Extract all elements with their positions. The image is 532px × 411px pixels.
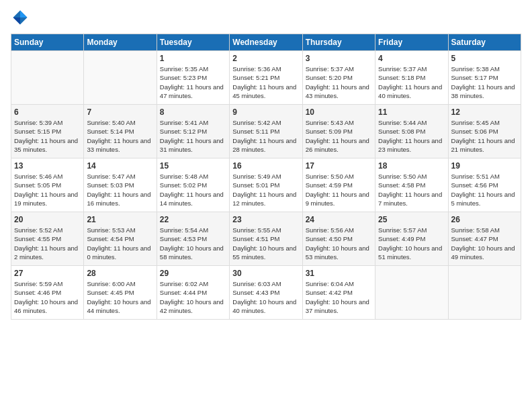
day-info: Sunrise: 5:57 AM Sunset: 4:49 PM Dayligh… (378, 226, 445, 261)
calendar-cell: 14Sunrise: 5:47 AM Sunset: 5:03 PM Dayli… (84, 158, 157, 212)
svg-marker-1 (20, 11, 28, 18)
calendar-cell: 26Sunrise: 5:58 AM Sunset: 4:47 PM Dayli… (448, 212, 521, 266)
calendar-cell: 19Sunrise: 5:51 AM Sunset: 4:56 PM Dayli… (448, 158, 521, 212)
day-info: Sunrise: 5:47 AM Sunset: 5:03 PM Dayligh… (87, 172, 153, 208)
calendar-week-0: 1Sunrise: 5:35 AM Sunset: 5:23 PM Daylig… (11, 51, 521, 105)
day-info: Sunrise: 5:36 AM Sunset: 5:21 PM Dayligh… (232, 64, 299, 100)
calendar-cell: 3Sunrise: 5:37 AM Sunset: 5:20 PM Daylig… (302, 51, 375, 105)
day-number: 1 (160, 54, 226, 63)
day-info: Sunrise: 5:54 AM Sunset: 4:53 PM Dayligh… (160, 226, 226, 261)
day-number: 22 (160, 215, 226, 224)
day-number: 17 (306, 161, 372, 171)
day-number: 29 (160, 269, 226, 278)
day-info: Sunrise: 5:50 AM Sunset: 4:58 PM Dayligh… (378, 172, 445, 208)
calendar-cell: 13Sunrise: 5:46 AM Sunset: 5:05 PM Dayli… (11, 158, 84, 212)
day-number: 20 (14, 215, 81, 224)
calendar-cell: 29Sunrise: 6:02 AM Sunset: 4:44 PM Dayli… (157, 266, 229, 320)
calendar-cell: 5Sunrise: 5:38 AM Sunset: 5:17 PM Daylig… (448, 51, 521, 105)
day-number: 24 (306, 215, 372, 224)
calendar-cell: 20Sunrise: 5:52 AM Sunset: 4:55 PM Dayli… (11, 212, 84, 266)
day-number: 9 (232, 107, 299, 117)
calendar-cell: 15Sunrise: 5:48 AM Sunset: 5:02 PM Dayli… (157, 158, 229, 212)
day-number: 12 (451, 107, 518, 117)
day-info: Sunrise: 5:35 AM Sunset: 5:23 PM Dayligh… (160, 64, 226, 100)
day-info: Sunrise: 5:38 AM Sunset: 5:17 PM Dayligh… (451, 64, 518, 100)
day-number: 15 (160, 161, 226, 171)
day-number: 8 (160, 107, 226, 117)
day-info: Sunrise: 5:53 AM Sunset: 4:54 PM Dayligh… (87, 226, 153, 261)
day-number: 19 (451, 161, 518, 171)
day-of-week-monday: Monday (84, 34, 157, 51)
day-info: Sunrise: 5:56 AM Sunset: 4:50 PM Dayligh… (306, 226, 372, 261)
day-info: Sunrise: 5:49 AM Sunset: 5:01 PM Dayligh… (232, 172, 299, 208)
calendar-cell: 18Sunrise: 5:50 AM Sunset: 4:58 PM Dayli… (375, 158, 448, 212)
calendar-table: SundayMondayTuesdayWednesdayThursdayFrid… (11, 34, 521, 320)
day-info: Sunrise: 5:40 AM Sunset: 5:14 PM Dayligh… (87, 118, 153, 154)
day-info: Sunrise: 5:51 AM Sunset: 4:56 PM Dayligh… (451, 172, 518, 208)
day-number: 11 (378, 107, 445, 117)
calendar-cell: 8Sunrise: 5:41 AM Sunset: 5:12 PM Daylig… (157, 105, 229, 158)
day-number: 30 (232, 269, 299, 278)
day-of-week-sunday: Sunday (11, 34, 84, 51)
day-number: 3 (306, 54, 372, 63)
day-info: Sunrise: 6:04 AM Sunset: 4:42 PM Dayligh… (306, 279, 372, 315)
header (11, 11, 521, 27)
day-number: 10 (306, 107, 372, 117)
svg-marker-2 (13, 17, 21, 25)
calendar-cell: 27Sunrise: 5:59 AM Sunset: 4:46 PM Dayli… (11, 266, 84, 320)
calendar-cell (448, 266, 521, 320)
calendar-cell: 17Sunrise: 5:50 AM Sunset: 4:59 PM Dayli… (302, 158, 375, 212)
calendar-week-2: 13Sunrise: 5:46 AM Sunset: 5:05 PM Dayli… (11, 158, 521, 212)
calendar-cell: 9Sunrise: 5:42 AM Sunset: 5:11 PM Daylig… (230, 105, 302, 158)
calendar-cell: 7Sunrise: 5:40 AM Sunset: 5:14 PM Daylig… (84, 105, 157, 158)
logo (11, 11, 31, 27)
calendar-cell: 22Sunrise: 5:54 AM Sunset: 4:53 PM Dayli… (157, 212, 229, 266)
calendar-cell: 23Sunrise: 5:55 AM Sunset: 4:51 PM Dayli… (230, 212, 302, 266)
day-info: Sunrise: 5:58 AM Sunset: 4:47 PM Dayligh… (451, 226, 518, 261)
calendar-cell: 30Sunrise: 6:03 AM Sunset: 4:43 PM Dayli… (230, 266, 302, 320)
day-number: 5 (451, 54, 518, 63)
day-of-week-friday: Friday (375, 34, 448, 51)
day-number: 26 (451, 215, 518, 224)
day-number: 2 (232, 54, 299, 63)
calendar-cell: 25Sunrise: 5:57 AM Sunset: 4:49 PM Dayli… (375, 212, 448, 266)
page: SundayMondayTuesdayWednesdayThursdayFrid… (0, 0, 532, 326)
calendar-cell: 10Sunrise: 5:43 AM Sunset: 5:09 PM Dayli… (302, 105, 375, 158)
day-info: Sunrise: 5:42 AM Sunset: 5:11 PM Dayligh… (232, 118, 299, 154)
calendar-week-4: 27Sunrise: 5:59 AM Sunset: 4:46 PM Dayli… (11, 266, 521, 320)
day-of-week-thursday: Thursday (302, 34, 375, 51)
day-number: 6 (14, 107, 81, 117)
day-info: Sunrise: 5:45 AM Sunset: 5:06 PM Dayligh… (451, 118, 518, 154)
calendar-cell: 28Sunrise: 6:00 AM Sunset: 4:45 PM Dayli… (84, 266, 157, 320)
calendar-cell: 4Sunrise: 5:37 AM Sunset: 5:18 PM Daylig… (375, 51, 448, 105)
day-info: Sunrise: 5:39 AM Sunset: 5:15 PM Dayligh… (14, 118, 81, 154)
day-info: Sunrise: 5:44 AM Sunset: 5:08 PM Dayligh… (378, 118, 445, 154)
calendar-cell (84, 51, 157, 105)
day-info: Sunrise: 5:50 AM Sunset: 4:59 PM Dayligh… (306, 172, 372, 208)
calendar-cell: 6Sunrise: 5:39 AM Sunset: 5:15 PM Daylig… (11, 105, 84, 158)
day-number: 18 (378, 161, 445, 171)
day-number: 31 (306, 269, 372, 278)
day-info: Sunrise: 6:02 AM Sunset: 4:44 PM Dayligh… (160, 279, 226, 315)
calendar-week-1: 6Sunrise: 5:39 AM Sunset: 5:15 PM Daylig… (11, 105, 521, 158)
day-info: Sunrise: 5:59 AM Sunset: 4:46 PM Dayligh… (14, 279, 81, 315)
day-number: 28 (87, 269, 153, 278)
calendar-cell: 1Sunrise: 5:35 AM Sunset: 5:23 PM Daylig… (157, 51, 229, 105)
day-number: 21 (87, 215, 153, 224)
day-info: Sunrise: 5:55 AM Sunset: 4:51 PM Dayligh… (232, 226, 299, 261)
day-number: 14 (87, 161, 153, 171)
calendar-header-row: SundayMondayTuesdayWednesdayThursdayFrid… (11, 34, 521, 51)
calendar-cell: 12Sunrise: 5:45 AM Sunset: 5:06 PM Dayli… (448, 105, 521, 158)
day-info: Sunrise: 6:03 AM Sunset: 4:43 PM Dayligh… (232, 279, 299, 315)
calendar-cell: 2Sunrise: 5:36 AM Sunset: 5:21 PM Daylig… (230, 51, 302, 105)
day-of-week-tuesday: Tuesday (157, 34, 229, 51)
calendar-cell: 11Sunrise: 5:44 AM Sunset: 5:08 PM Dayli… (375, 105, 448, 158)
day-info: Sunrise: 5:52 AM Sunset: 4:55 PM Dayligh… (14, 226, 81, 261)
day-number: 23 (232, 215, 299, 224)
calendar-cell: 16Sunrise: 5:49 AM Sunset: 5:01 PM Dayli… (230, 158, 302, 212)
day-info: Sunrise: 5:46 AM Sunset: 5:05 PM Dayligh… (14, 172, 81, 208)
calendar-cell: 31Sunrise: 6:04 AM Sunset: 4:42 PM Dayli… (302, 266, 375, 320)
calendar-cell: 21Sunrise: 5:53 AM Sunset: 4:54 PM Dayli… (84, 212, 157, 266)
day-info: Sunrise: 5:37 AM Sunset: 5:18 PM Dayligh… (378, 64, 445, 100)
day-info: Sunrise: 5:37 AM Sunset: 5:20 PM Dayligh… (306, 64, 372, 100)
